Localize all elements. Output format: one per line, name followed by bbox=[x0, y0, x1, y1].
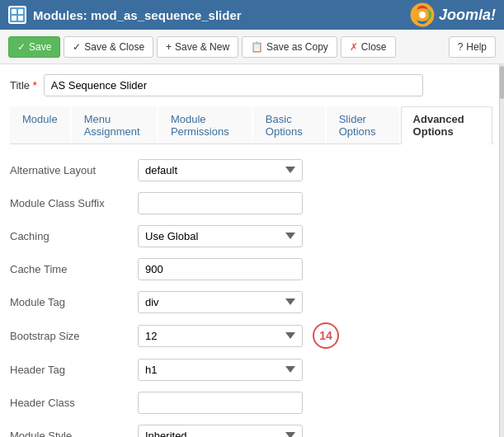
tab-module-permissions[interactable]: Module Permissions bbox=[158, 106, 252, 143]
tab-menu-assignment[interactable]: Menu Assignment bbox=[72, 106, 157, 143]
tab-advanced-options[interactable]: Advanced Options bbox=[401, 106, 492, 144]
tab-module[interactable]: Module bbox=[10, 106, 70, 143]
title-input[interactable] bbox=[44, 74, 423, 96]
save-icon: ✓ bbox=[17, 41, 26, 53]
select-module-tag[interactable]: div section article aside header footer bbox=[138, 291, 303, 313]
form-row-header-class: Header Class bbox=[10, 390, 494, 415]
save-close-button[interactable]: ✓ Save & Close bbox=[64, 36, 153, 58]
save-button[interactable]: ✓ Save bbox=[8, 36, 60, 58]
label-header-class: Header Class bbox=[10, 397, 138, 409]
form-row-module-class-suffix: Module Class Suffix bbox=[10, 190, 494, 215]
label-header-tag: Header Tag bbox=[10, 364, 138, 376]
form-row-module-style: Module Style Inherited None Table Horz X… bbox=[10, 423, 494, 437]
label-bootstrap-size: Bootstrap Size bbox=[10, 330, 138, 342]
joomla-logo: Joomla! bbox=[409, 2, 496, 28]
form-row-caching: Caching Use Global No Caching bbox=[10, 223, 494, 248]
save-new-label: Save & New bbox=[175, 41, 229, 53]
form-row-module-tag: Module Tag div section article aside hea… bbox=[10, 289, 494, 314]
label-module-style: Module Style bbox=[10, 430, 138, 438]
svg-rect-1 bbox=[18, 9, 23, 14]
form-row-alternative-layout: Alternative Layout default bbox=[10, 157, 494, 182]
title-label: Title * bbox=[10, 79, 37, 92]
select-caching[interactable]: Use Global No Caching bbox=[138, 225, 303, 247]
form-section: Alternative Layout default Module Class … bbox=[10, 154, 494, 437]
svg-rect-2 bbox=[12, 16, 16, 21]
input-module-class-suffix[interactable] bbox=[138, 192, 303, 214]
save-copy-label: Save as Copy bbox=[266, 41, 328, 53]
label-cache-time: Cache Time bbox=[10, 263, 138, 275]
label-caching: Caching bbox=[10, 230, 138, 242]
label-alternative-layout: Alternative Layout bbox=[10, 164, 138, 176]
save-label: Save bbox=[29, 41, 51, 53]
tab-basic-options[interactable]: Basic Options bbox=[253, 106, 325, 143]
required-marker: * bbox=[33, 79, 37, 92]
top-bar: Modules: mod_as_sequence_slider Joomla! bbox=[0, 0, 504, 30]
help-label: Help bbox=[466, 41, 487, 53]
form-row-cache-time: Cache Time bbox=[10, 256, 494, 281]
form-row-header-tag: Header Tag h1 h2h3h4h5h6 bbox=[10, 357, 494, 382]
close-button[interactable]: ✗ Close bbox=[341, 36, 396, 58]
svg-point-5 bbox=[419, 12, 426, 18]
svg-rect-3 bbox=[18, 16, 23, 21]
label-module-tag: Module Tag bbox=[10, 296, 138, 308]
save-copy-button[interactable]: 📋 Save as Copy bbox=[242, 36, 337, 58]
help-button[interactable]: ? Help bbox=[449, 36, 496, 58]
select-alternative-layout[interactable]: default bbox=[138, 159, 303, 181]
input-cache-time[interactable] bbox=[138, 258, 303, 280]
form-row-bootstrap-size: Bootstrap Size 12 1234 5678 91011 14 bbox=[10, 322, 494, 349]
svg-rect-0 bbox=[12, 9, 16, 14]
close-label: Close bbox=[361, 41, 387, 53]
select-bootstrap-size[interactable]: 12 1234 5678 91011 bbox=[138, 325, 303, 347]
select-header-tag[interactable]: h1 h2h3h4h5h6 bbox=[138, 359, 303, 381]
joomla-label: Joomla! bbox=[439, 7, 496, 24]
tabs-bar: Module Menu Assignment Module Permission… bbox=[10, 106, 494, 144]
toolbar: ✓ Save ✓ Save & Close + Save & New 📋 Sav… bbox=[0, 30, 504, 64]
copy-icon: 📋 bbox=[251, 41, 263, 53]
bootstrap-size-badge: 14 bbox=[313, 322, 339, 349]
input-header-class[interactable] bbox=[138, 392, 303, 414]
select-module-style[interactable]: Inherited None Table Horz Xhtml rounded … bbox=[138, 425, 303, 438]
help-icon: ? bbox=[458, 41, 464, 53]
page-title: Modules: mod_as_sequence_slider bbox=[33, 8, 409, 22]
save-new-button[interactable]: + Save & New bbox=[157, 36, 238, 58]
save-new-icon: + bbox=[166, 41, 172, 53]
save-close-label: Save & Close bbox=[84, 41, 144, 53]
tab-slider-options[interactable]: Slider Options bbox=[327, 106, 399, 143]
title-row: Title * bbox=[10, 71, 494, 100]
content-area: Title * Module Menu Assignment Module Pe… bbox=[0, 64, 504, 437]
save-close-icon: ✓ bbox=[73, 41, 81, 53]
label-module-class-suffix: Module Class Suffix bbox=[10, 197, 138, 209]
scrollbar[interactable] bbox=[499, 64, 504, 437]
close-icon: ✗ bbox=[350, 41, 358, 53]
module-icon bbox=[8, 6, 26, 24]
